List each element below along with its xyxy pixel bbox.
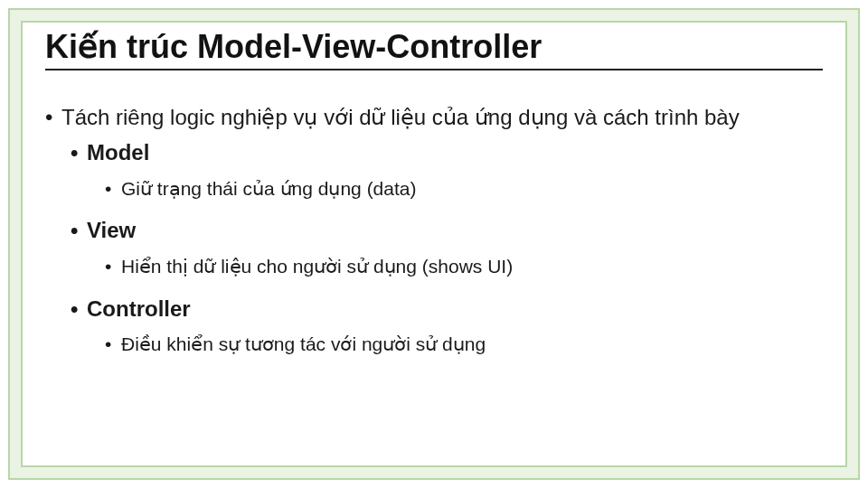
bullet-model-label: Model <box>87 140 149 164</box>
bullet-model: •Model <box>87 137 823 169</box>
bullet-dot-icon: • <box>45 103 61 132</box>
bullet-dot-icon: • <box>105 174 121 203</box>
bullet-dot-icon: • <box>71 294 87 325</box>
bullet-controller-label: Controller <box>87 296 191 321</box>
bullet-dot-icon: • <box>71 137 87 169</box>
bullet-dot-icon: • <box>105 330 121 359</box>
bullet-view: •View <box>87 215 823 247</box>
bullet-controller-detail-text: Điều khiển sự tương tác với người sử dụn… <box>121 333 486 354</box>
bullet-view-detail: •Hiển thị dữ liệu cho người sử dụng (sho… <box>121 252 823 281</box>
bullet-controller: •Controller <box>87 294 823 325</box>
slide-body: •Tách riêng logic nghiệp vụ với dữ liệu … <box>45 103 823 359</box>
bullet-controller-detail: •Điều khiển sự tương tác với người sử dụ… <box>121 330 823 359</box>
bullet-dot-icon: • <box>105 252 121 281</box>
slide-content: Kiến trúc Model-View-Controller •Tách ri… <box>45 29 823 459</box>
bullet-model-detail: •Giữ trạng thái của ứng dụng (data) <box>121 174 823 203</box>
bullet-intro-text: Tách riêng logic nghiệp vụ với dữ liệu c… <box>61 105 740 129</box>
bullet-intro: •Tách riêng logic nghiệp vụ với dữ liệu … <box>61 103 823 132</box>
title-underline <box>45 69 823 70</box>
bullet-view-detail-text: Hiển thị dữ liệu cho người sử dụng (show… <box>121 256 513 277</box>
bullet-dot-icon: • <box>71 215 87 247</box>
slide: Kiến trúc Model-View-Controller •Tách ri… <box>0 0 868 488</box>
bullet-view-label: View <box>87 218 136 242</box>
bullet-model-detail-text: Giữ trạng thái của ứng dụng (data) <box>121 178 417 199</box>
slide-title: Kiến trúc Model-View-Controller <box>45 29 823 65</box>
